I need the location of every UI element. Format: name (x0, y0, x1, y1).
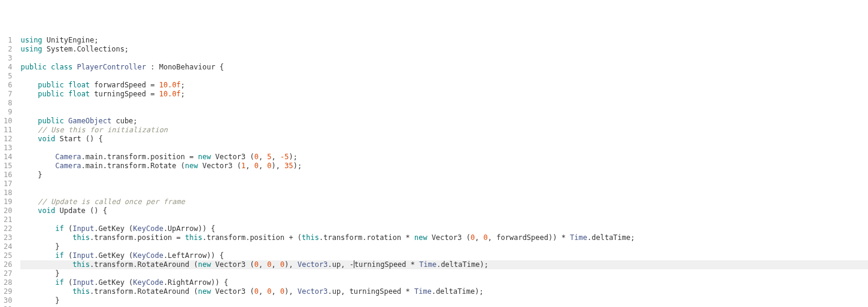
line-number: 17 (4, 180, 12, 189)
code-token (427, 233, 432, 242)
line-number: 24 (4, 242, 12, 251)
code-token: 10.0f (159, 81, 181, 89)
code-editor[interactable]: 1234567891011121314151617181920212223242… (0, 36, 868, 307)
code-token: ; (181, 90, 185, 98)
code-line[interactable]: public class PlayerController : MonoBeha… (20, 63, 868, 72)
code-token: Vector3 (298, 260, 328, 269)
code-token: public (38, 81, 63, 89)
code-token (64, 90, 68, 98)
code-token: ), (284, 260, 298, 269)
code-token: 0 (267, 287, 271, 296)
code-token (20, 287, 72, 296)
code-token: = (146, 81, 159, 89)
line-number: 1 (4, 36, 12, 45)
code-line[interactable] (20, 72, 868, 81)
code-token (20, 117, 38, 125)
code-token: Vector3 (216, 260, 246, 269)
code-token: .transform.RotateAround ( (90, 260, 198, 269)
code-line[interactable]: } (20, 171, 868, 180)
code-line[interactable]: this.transform.RotateAround (new Vector3… (20, 260, 868, 269)
code-token: new (198, 153, 211, 161)
code-token: } (20, 171, 42, 179)
code-line[interactable]: public float forwardSpeed = 10.0f; (20, 81, 868, 90)
code-line[interactable] (20, 215, 868, 224)
code-token: ( (245, 260, 254, 269)
code-token: } (20, 296, 59, 305)
code-line[interactable]: public float turningSpeed = 10.0f; (20, 90, 868, 99)
line-number: 12 (4, 135, 12, 144)
code-token: .deltaTime); (436, 260, 488, 269)
code-token: 0 (267, 162, 271, 170)
code-token: .deltaTime; (587, 233, 635, 242)
code-token: float (68, 90, 90, 98)
code-token: KeyCode (133, 224, 163, 233)
code-line[interactable]: // Use this for initialization (20, 126, 868, 135)
code-token: ), (272, 162, 285, 170)
code-token: ( (64, 278, 72, 287)
code-token: , (259, 287, 267, 296)
code-token: new (414, 233, 427, 242)
code-line[interactable]: void Update () { (20, 206, 868, 215)
code-line[interactable] (20, 189, 868, 197)
code-token: .deltaTime); (432, 287, 484, 296)
code-line[interactable]: using System.Collections; (20, 45, 868, 54)
code-token: } (20, 269, 59, 278)
code-area[interactable]: using UnityEngine;using System.Collectio… (17, 36, 868, 307)
code-line[interactable]: if (Input.GetKey (KeyCode.RightArrow)) { (20, 278, 868, 287)
code-token: .GetKey ( (94, 224, 133, 233)
code-token: 10.0f (159, 90, 181, 98)
line-number: 13 (4, 144, 12, 153)
code-token: = (146, 90, 159, 98)
code-line[interactable]: // Update is called once per frame (20, 197, 868, 206)
code-token: new (185, 162, 198, 170)
code-token: this (185, 233, 202, 242)
code-token (20, 126, 38, 134)
code-token: Vector3 (432, 233, 462, 242)
code-token: 0 (254, 153, 259, 161)
code-line[interactable]: if (Input.GetKey (KeyCode.LeftArrow)) { (20, 251, 868, 260)
code-token (20, 260, 72, 269)
code-line[interactable]: Camera.main.transform.Rotate (new Vector… (20, 162, 868, 171)
code-token: void (38, 135, 55, 143)
code-line[interactable] (20, 144, 868, 153)
line-number: 28 (4, 278, 12, 287)
code-line[interactable]: using UnityEngine; (20, 36, 868, 45)
code-line[interactable]: if (Input.GetKey (KeyCode.UpArrow)) { (20, 224, 868, 233)
code-line[interactable]: public GameObject cube; (20, 117, 868, 126)
code-token: MonoBehaviour (159, 63, 216, 71)
code-line[interactable]: this.transform.RotateAround (new Vector3… (20, 287, 868, 296)
code-token: Vector3 (202, 162, 233, 170)
code-line[interactable] (20, 54, 868, 63)
code-line[interactable]: this.transform.position = this.transform… (20, 233, 868, 242)
code-line[interactable] (20, 99, 868, 108)
code-token (20, 233, 72, 242)
line-number: 18 (4, 189, 12, 197)
code-token (64, 117, 68, 125)
code-line[interactable]: void Start () { (20, 135, 868, 144)
code-line[interactable]: } (20, 242, 868, 251)
code-token: , (259, 260, 267, 269)
code-token: turningSpeed * (354, 260, 419, 269)
code-token: .up, - (328, 260, 354, 269)
code-token (20, 251, 55, 260)
code-token: 5 (267, 153, 271, 161)
code-token: cube (116, 117, 133, 125)
code-token: ( (233, 162, 241, 170)
code-line[interactable]: } (20, 269, 868, 278)
line-number: 3 (4, 54, 12, 63)
code-line[interactable] (20, 108, 868, 117)
code-token: using (20, 45, 42, 53)
code-token: forwardSpeed (94, 81, 146, 89)
code-token: PlayerController (77, 63, 146, 71)
code-line[interactable]: } (20, 296, 868, 305)
code-token (20, 206, 38, 215)
code-line[interactable]: Camera.main.transform.position = new Vec… (20, 153, 868, 162)
line-number: 26 (4, 260, 12, 269)
line-number: 8 (4, 99, 12, 108)
code-token: GameObject (68, 117, 111, 125)
code-token: if (55, 224, 63, 233)
code-line[interactable] (20, 180, 868, 189)
code-token: , (272, 153, 280, 161)
code-token (20, 135, 38, 143)
line-number: 27 (4, 269, 12, 278)
